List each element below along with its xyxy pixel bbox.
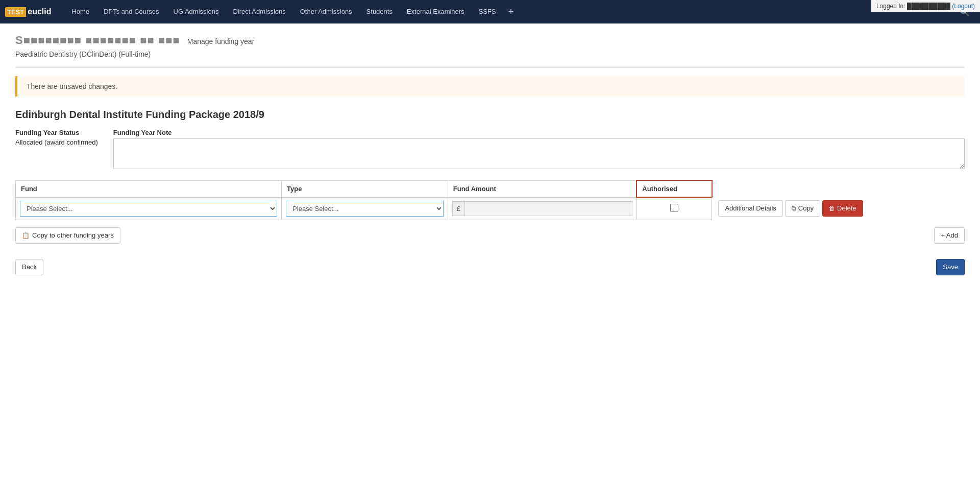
nav-link-external-examiners[interactable]: External Examiners [400,0,472,23]
funding-meta: Funding Year Status Allocated (award con… [15,129,965,171]
nav-item-other-admissions[interactable]: Other Admissions [293,0,359,23]
nav-item-plus[interactable]: + [503,0,519,23]
nav-item-direct-admissions[interactable]: Direct Admissions [226,0,292,23]
nav-item-home[interactable]: Home [64,0,96,23]
funding-status-block: Funding Year Status Allocated (award con… [15,129,98,171]
page-actions: Back Save [15,259,965,275]
funding-note-textarea[interactable] [113,138,965,169]
fund-select[interactable]: Please Select... [20,201,277,217]
unsaved-changes-banner: There are unsaved changes. [15,76,965,97]
copy-doc-icon [22,231,30,240]
unsaved-changes-message: There are unsaved changes. [27,82,117,90]
nav-item-external-examiners[interactable]: External Examiners [400,0,472,23]
page-heading: S■■■■■■■■ ■■■■■■■ ■■ ■■■ Manage funding … [15,34,965,47]
brand-test-label: TEST [5,7,26,17]
add-button[interactable]: + Add [934,227,965,244]
delete-row-button[interactable]: Delete [822,200,863,217]
nav-link-ssfs[interactable]: SSFS [472,0,503,23]
copy-icon [792,204,796,213]
col-fund-amount: Fund Amount [448,180,636,197]
nav-link-ug-admissions[interactable]: UG Admissions [166,0,226,23]
type-select[interactable]: Please Select... [286,201,444,217]
funding-note-block: Funding Year Note [113,129,965,171]
logged-in-label: Logged In: [876,3,905,10]
page-subheading: Paediatric Dentistry (DClinDent) (Full-t… [15,50,965,58]
add-label: + Add [941,231,958,240]
save-button[interactable]: Save [936,259,965,275]
funding-package-title: Edinburgh Dental Institute Funding Packa… [15,109,965,121]
nav-link-dpts[interactable]: DPTs and Courses [96,0,166,23]
table-row: Please Select... Please Select... £ [16,197,965,220]
authorised-cell [636,197,712,220]
fund-table: Fund Type Fund Amount Authorised Please … [15,180,965,220]
funding-note-label: Funding Year Note [113,129,965,136]
funding-status-value: Allocated (award confirmed) [15,138,98,146]
nav-item-ug-admissions[interactable]: UG Admissions [166,0,226,23]
fund-table-head: Fund Type Fund Amount Authorised [16,180,965,197]
page-title-redacted: S■■■■■■■■ ■■■■■■■ ■■ ■■■ [15,34,180,47]
nav-link-students[interactable]: Students [359,0,400,23]
fund-cell: Please Select... [16,197,282,220]
navbar: TEST euclid Home DPTs and Courses UG Adm… [0,0,980,23]
delete-row-label: Delete [837,204,856,213]
amount-input[interactable] [464,201,632,216]
nav-link-other-admissions[interactable]: Other Admissions [293,0,359,23]
table-actions-row: Copy to other funding years + Add [15,227,965,244]
copy-years-label: Copy to other funding years [32,231,114,240]
row-actions-cell: Additional Details Copy Delete [712,197,965,220]
copy-to-other-funding-years-button[interactable]: Copy to other funding years [15,227,120,244]
nav-link-home[interactable]: Home [64,0,96,23]
col-actions [712,180,965,197]
nav-menu: Home DPTs and Courses UG Admissions Dire… [64,0,954,23]
page-content: S■■■■■■■■ ■■■■■■■ ■■ ■■■ Manage funding … [0,23,980,286]
amount-wrapper: £ [452,201,632,216]
nav-link-direct-admissions[interactable]: Direct Admissions [226,0,292,23]
fund-table-header-row: Fund Type Fund Amount Authorised [16,180,965,197]
copy-row-button[interactable]: Copy [785,200,820,217]
manage-funding-year-label: Manage funding year [187,37,255,45]
amount-prefix: £ [452,201,464,216]
type-cell: Please Select... [282,197,448,220]
additional-details-button[interactable]: Additional Details [718,200,782,217]
nav-item-dpts[interactable]: DPTs and Courses [96,0,166,23]
col-fund: Fund [16,180,282,197]
nav-plus-icon[interactable]: + [503,7,519,17]
logged-in-user: ██████████ [907,3,952,10]
authorised-checkbox[interactable] [670,204,678,212]
amount-cell: £ [448,197,636,220]
nav-item-students[interactable]: Students [359,0,400,23]
brand-logo[interactable]: TEST euclid [5,6,54,17]
trash-icon [829,204,835,213]
brand-euclid-label: euclid [26,6,54,17]
back-button[interactable]: Back [15,259,43,275]
fund-table-body: Please Select... Please Select... £ [16,197,965,220]
nav-item-ssfs[interactable]: SSFS [472,0,503,23]
col-type: Type [282,180,448,197]
funding-status-label: Funding Year Status [15,129,98,136]
col-authorised: Authorised [636,180,712,197]
logged-in-info: Logged In: ██████████ (Logout) [871,0,980,12]
logout-link[interactable]: (Logout) [952,3,975,10]
copy-row-label: Copy [798,204,814,213]
